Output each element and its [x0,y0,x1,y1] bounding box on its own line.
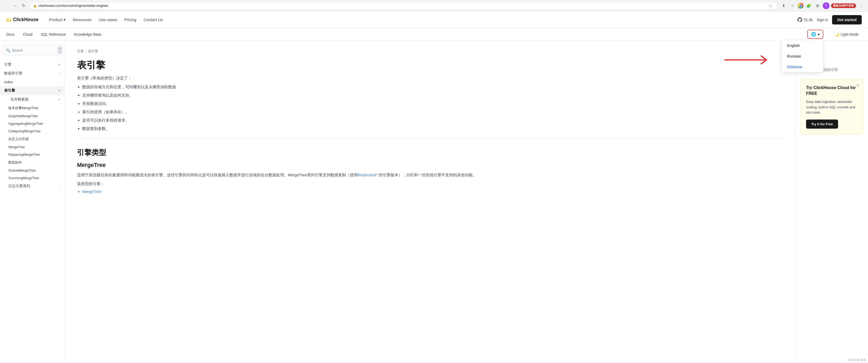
lang-option-russian[interactable]: Russian [782,51,823,61]
address-bar[interactable]: 🔒 clickhouse.com/docs/zh/engines/table-e… [30,2,777,10]
nav-buttons: ← → ↻ [3,2,27,9]
list-item: 数据复制参数。 [82,125,783,132]
menu-button[interactable]: ⋮ [858,2,865,9]
try-it-free-button[interactable]: Try it for Free [806,120,838,129]
download-button[interactable]: ⬇ [780,2,787,9]
lock-icon: 🔒 [33,4,37,7]
sidebar-item-label: 引擎 [4,62,11,67]
sidebar-sub-item-shared[interactable]: SharedMergeTree [4,167,64,174]
nav-product[interactable]: Product ▾ [49,18,66,22]
subnav-docs[interactable]: Docs [6,32,14,36]
browser-toolbar-right: ⬇ ☆ 🧩 ⊞ T 重新启动即可更新 ⋮ [780,2,865,9]
chevron-right-icon: › [59,71,60,75]
lang-dropdown: English Russian Chinese [781,40,823,72]
mergetree-desc-text2: 的引擎版本），分区和一些其他引擎不支持的其他功能。 [378,173,476,177]
cloud-card-desc: Easy data ingestion, automatic scaling, … [806,99,857,115]
sidebar: 🔍 ⌘ K 引擎 ▾ 数据库引擎 › index 表引擎 ▾ 合并树家族 ▾ 版… [0,41,65,363]
get-started-button[interactable]: Get started [832,15,862,25]
sidebar-sub-item-mergetree[interactable]: MergeTree [4,143,64,151]
reload-button[interactable]: ↻ [20,2,27,9]
logo-text: ClickHouse [13,17,38,22]
chrome-logo [798,3,803,8]
nav-resources[interactable]: Resources [73,18,92,22]
subnav-knowledge-base[interactable]: Knowledge Base [74,32,101,36]
search-box[interactable]: 🔍 ⌘ K [3,45,61,56]
breadcrumb-current: 表引擎 [88,49,98,54]
sidebar-item-label: 数据库引擎 [4,71,22,76]
sign-in-button[interactable]: Sign in [817,18,828,22]
mergetree-desc-text: 适用于高负载任务的最通用和功能最强大的表引擎。这些引擎的共同特点是可以快速插入数… [77,173,358,177]
nav-use-cases[interactable]: Use cases [99,18,117,22]
mergetree-sub-label: 该类型的引擎： [77,181,104,186]
chevron-right-icon: › [59,184,60,188]
sidebar-sub-item-replacing[interactable]: ReplacingMergeTree [4,151,64,158]
lang-selector-container: 🌐 ▾ English Russian Chinese [807,30,823,39]
sidebar-sub-item-mergetree-family[interactable]: 合并树家族 ▾ [4,95,64,104]
subnav-cloud[interactable]: Cloud [23,32,33,36]
list-item: 索引的使用（如果存在）。 [82,109,783,115]
nav-contact[interactable]: Contact Us [144,18,163,22]
moon-icon: 🌙 [835,32,839,36]
sidebar-sub-item-versioned[interactable]: 版本折叠MergeTree [4,104,64,112]
mergetree-desc: 适用于高负载任务的最通用和功能最强大的表引擎。这些引擎的共同特点是可以快速插入数… [77,172,783,178]
chevron-down-icon: ▾ [59,63,60,66]
logo-bar-1 [6,20,7,22]
sidebar-sub-item-log-engines[interactable]: 日志引擎系列 › [4,182,64,191]
chevron-down-icon: ▾ [59,89,60,92]
browser-chrome: ← → ↻ 🔒 clickhouse.com/docs/zh/engines/t… [0,0,868,11]
sidebar-item-label: 表引擎 [4,88,15,93]
back-button[interactable]: ← [3,2,10,9]
nav-links: Product ▾ Resources Use cases Pricing Co… [49,18,798,22]
list-item: 支持哪些查询以及如何支持。 [82,92,783,98]
list-item[interactable]: MergeTree [82,188,783,195]
url-text: clickhouse.com/docs/zh/engines/table-eng… [38,4,765,7]
lang-option-chinese[interactable]: Chinese [782,61,823,72]
sidebar-item-engines[interactable]: 引擎 ▾ [0,60,64,69]
sidebar-sub-item-replication[interactable]: 数据副本 [4,158,64,167]
replicated-link[interactable]: Replicated* [358,173,378,177]
star-button[interactable]: ☆ [789,2,796,9]
logo-bar-4 [10,19,11,22]
list-item: 并发数据访问。 [82,100,783,107]
logo-bars [6,18,11,22]
grid-button[interactable]: ⊞ [814,2,821,9]
doc-subnav: Docs Cloud SQL Reference Knowledge Base … [0,28,868,41]
sidebar-item-table-engines[interactable]: 表引擎 ▾ [0,86,64,95]
sidebar-item-database-engines[interactable]: 数据库引擎 › [0,69,64,78]
breadcrumb-parent[interactable]: 引擎 [77,49,84,54]
logo[interactable]: ClickHouse [6,17,38,22]
breadcrumb-separator: / [85,50,87,53]
lang-option-english[interactable]: English [782,40,823,51]
page-title: 表引擎 [77,59,783,71]
cloud-card-close-button[interactable]: ✕ [856,83,860,88]
sidebar-item-index[interactable]: index [0,78,64,86]
search-input[interactable] [12,49,56,52]
breadcrumb: 引擎 / 表引擎 [77,49,783,54]
sidebar-item-label: 日志引擎系列 [8,184,30,188]
nav-pricing[interactable]: Pricing [124,18,136,22]
list-item: 数据的存储方式和位置，写到哪里以及从哪里读取数据 [82,84,783,90]
sidebar-sub-item-collapsing[interactable]: CollapsingMergeTree [4,127,64,135]
mergetree-link[interactable]: MergeTree [82,189,101,194]
subnav-sql-reference[interactable]: SQL Reference [41,32,66,36]
sidebar-item-label: index [4,80,13,84]
github-button[interactable]: 31.3k [798,18,812,22]
sidebar-sub-item-summing[interactable]: SummingMergeTree [4,174,64,182]
main-nav: ClickHouse Product ▾ Resources Use cases… [0,11,868,28]
logo-bar-2 [7,18,8,22]
bullet-list: 数据的存储方式和位置，写到哪里以及从哪里读取数据 支持哪些查询以及如何支持。 并… [77,84,783,132]
sidebar-sub: 合并树家族 ▾ 版本折叠MergeTree GraphiteMergeTree … [0,95,64,191]
sidebar-sub-item-custom-partition[interactable]: 自定义分区键 [4,135,64,143]
extensions-button[interactable]: 🧩 [805,2,812,9]
lang-button[interactable]: 🌐 ▾ [807,30,823,39]
chevron-down-icon: ▾ [818,32,819,36]
light-mode-button[interactable]: 🌙 Light Mode [832,31,862,38]
cloud-card-title: Try ClickHouse Cloud for FREE [806,85,857,97]
cloud-card: ✕ Try ClickHouse Cloud for FREE Easy dat… [801,80,863,134]
sidebar-sub-item-aggregating[interactable]: AggregatingMergeTree [4,120,64,127]
light-mode-label: Light Mode [841,32,859,36]
forward-button[interactable]: → [11,2,19,9]
bookmark-button[interactable]: ☆ [767,2,774,9]
sidebar-sub-item-graphite[interactable]: GraphiteMergeTree [4,112,64,120]
watermark: CSDN @ 首发 [848,358,866,362]
